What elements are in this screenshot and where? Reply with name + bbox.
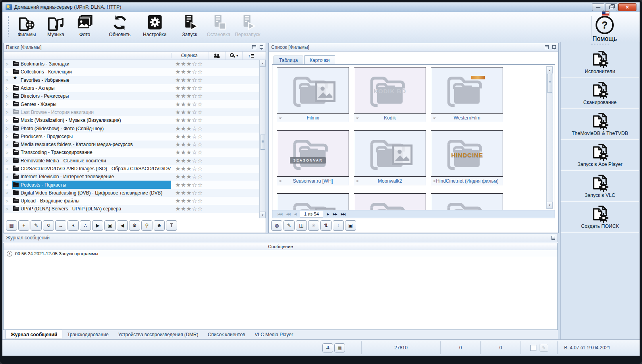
access-key-button[interactable]: ⚲ [141, 220, 152, 231]
expander-icon[interactable]: ▷ [6, 135, 12, 138]
access-filter-button[interactable]: ▾ [225, 52, 242, 60]
expander-icon[interactable]: ▷ [6, 62, 12, 66]
pager-next-button[interactable]: ▶ [325, 212, 331, 216]
rating-stars[interactable]: ★★★☆☆ [171, 150, 207, 155]
media-card[interactable]: ▷ [354, 193, 426, 210]
expander-icon[interactable]: ▷ [6, 143, 12, 146]
tree-item[interactable]: ▷ CD/SACD/DVD/DVD-A/BD Images (ISO) - Об… [4, 165, 266, 173]
tree-item[interactable]: ▷ Bookmarks - Закладки ★★★☆☆ [4, 60, 266, 68]
expander-icon[interactable]: ▷ [6, 102, 12, 106]
scan-options-button[interactable]: ∴ [80, 220, 91, 231]
toolbar-grip[interactable] [8, 16, 10, 37]
tree-item[interactable]: ▷ Transcoding - Транскодирование ★★★☆☆ [4, 148, 266, 156]
media-card[interactable]: SEASONVAR ▷ Seasonvar.ru [WH] [277, 130, 349, 185]
bottom-tab[interactable]: Список клиентов [203, 330, 250, 339]
expander-icon[interactable]: ▷ [6, 70, 12, 74]
tree-item[interactable]: ▷ Digital Video Broadcasting (DVB) - Циф… [4, 189, 266, 197]
save-list-button[interactable]: ▣ [345, 220, 356, 231]
refresh-button[interactable]: Обновить [105, 12, 134, 37]
panel-minimize-icon[interactable] [545, 45, 549, 49]
expander-icon[interactable]: ▷ [6, 191, 12, 195]
sort-button[interactable]: ⇅ [320, 220, 332, 231]
tree-item[interactable]: ▷ Genres - Жанры ★★★☆☆ [4, 100, 266, 108]
scroll-down-icon[interactable]: ▼ [260, 212, 266, 218]
tree-item[interactable]: ▷ Upload - Входящие файлы ★★★☆☆ [4, 197, 266, 205]
pager-prev-button[interactable]: ◀ [292, 212, 298, 216]
action-button[interactable]: Запуск в Ace Player [561, 139, 639, 170]
expander-icon[interactable]: ▷ [6, 175, 12, 179]
tree-item[interactable]: ▷ UPnP (DLNA) Servers - UPnP (DLNA) серв… [4, 205, 266, 213]
rating-stars[interactable]: ★★★☆☆ [171, 134, 207, 139]
expander-icon[interactable]: ▷ [6, 151, 12, 154]
media-card[interactable]: ▷ [431, 193, 503, 210]
rating-stars[interactable]: ★★★☆☆ [171, 110, 207, 115]
pager-next-button[interactable]: ▶▶| [339, 212, 347, 216]
rating-stars[interactable]: ★★★☆☆ [171, 117, 207, 123]
screen-view-button[interactable]: ◫ [296, 220, 307, 231]
expander-icon[interactable]: ▷ [6, 87, 12, 90]
tree-item[interactable]: ▷ Removable Media - Съемные носители ★★★… [4, 157, 266, 165]
expander-icon[interactable]: ▷ [6, 159, 12, 162]
language-flag-icon[interactable] [602, 11, 609, 16]
folders-scrollbar[interactable]: ▲ ▼ [259, 60, 266, 218]
expander-icon[interactable]: ▷ [6, 94, 12, 98]
expander-icon[interactable]: ▷ [6, 207, 12, 211]
tree-item[interactable]: ▷ Media resources folders - Каталоги мед… [4, 141, 266, 148]
media-card[interactable]: ▷ [277, 193, 349, 210]
view-tab[interactable]: Карточки [304, 55, 335, 64]
tree-item[interactable]: ▷ Photo (Slideshow) - Фото (Слайд-шоу) ★… [4, 124, 266, 132]
restore-button[interactable] [605, 3, 617, 11]
bottom-tab[interactable]: Журнал сообщений [6, 330, 62, 339]
add-folder-button[interactable]: + [18, 220, 29, 231]
expander-icon[interactable]: ▷ [6, 78, 12, 82]
pager-prev-button[interactable]: ◀◀ [284, 212, 292, 216]
rating-stars[interactable]: ★★★☆☆ [171, 85, 207, 91]
media-database-button[interactable]: ▦ [6, 220, 17, 231]
sort-button[interactable]: ↑ [242, 52, 259, 60]
settings-button[interactable]: Настройки [140, 12, 169, 37]
expander-icon[interactable]: ▷ [6, 199, 12, 203]
edit-folder-button[interactable]: ✎ [31, 220, 42, 231]
users-access-button[interactable]: ☻ [154, 220, 165, 231]
media-card[interactable]: ▷ Filmix [277, 67, 349, 122]
close-button[interactable]: × [618, 3, 636, 11]
tree-item[interactable]: ▷ Last Browse - История навигации ★★★☆☆ [4, 108, 266, 116]
rating-stars[interactable]: ★★★☆☆ [171, 182, 207, 188]
bottom-tab[interactable]: Устройства воспроизведения (DMR) [114, 330, 203, 339]
scroll-up-icon[interactable]: ▲ [547, 67, 553, 73]
cards-scrollbar[interactable]: ▲ ▼ [546, 66, 553, 209]
traffic-button[interactable]: ⇊ [322, 343, 333, 352]
scroll-down-icon[interactable]: ▼ [547, 202, 553, 208]
title-bar[interactable]: Домашний медиа-сервер (UPnP, DLNA, HTTP)… [2, 2, 640, 12]
tree-item[interactable]: ▷ Producers - Продюсеры ★★★☆☆ [4, 133, 266, 141]
folder-settings-button[interactable]: ⚙ [129, 220, 140, 231]
scroll-thumb[interactable] [547, 74, 552, 93]
media-card[interactable]: HINDCINE ▷ HindCine.net (Индия фильм) [431, 130, 503, 185]
bottom-tab[interactable]: VLC Media Player [250, 330, 298, 339]
action-button[interactable]: TheMovieDB & TheTVDB [561, 108, 639, 139]
media-card[interactable]: ▷ WesternFilm [431, 67, 503, 122]
action-button[interactable]: Запуск в VLC [561, 170, 639, 201]
rating-stars[interactable]: ★★★☆☆ [171, 93, 207, 99]
rating-stars[interactable]: ★★★☆☆ [171, 142, 207, 147]
fit-columns-button[interactable]: ↕ [333, 220, 344, 231]
photo-button[interactable]: Фото [70, 12, 99, 37]
panel-minimize-icon[interactable] [252, 45, 256, 49]
media-card[interactable]: ▷ Moonwalk2 [354, 130, 426, 185]
expander-icon[interactable]: ▷ [6, 167, 12, 171]
films-button[interactable]: Фильмы [12, 12, 41, 37]
tree-item[interactable]: ▷ Music (Visualization) - Музыка (Визуал… [4, 116, 266, 124]
edit-card-button[interactable]: ✎ [283, 220, 295, 231]
expander-icon[interactable]: ▷ [6, 127, 12, 130]
message-column-header[interactable]: Сообщение [4, 243, 557, 250]
rating-stars[interactable]: ★★★☆☆ [171, 61, 207, 67]
tree-item[interactable]: ▷ Directors - Режиссеры ★★★☆☆ [4, 92, 266, 100]
move-folder-button[interactable]: → [55, 220, 66, 231]
rating-stars[interactable]: ★★★☆☆ [171, 158, 207, 164]
bottom-tab[interactable]: Транскодирование [62, 330, 113, 339]
help-button[interactable]: ? Помощь [590, 14, 620, 42]
pager-prev-button[interactable]: |◀◀ [276, 212, 284, 216]
minimize-button[interactable]: — [592, 3, 604, 11]
rating-stars[interactable]: ★★★☆☆ [171, 126, 207, 131]
rating-column-header[interactable]: Оценка [171, 53, 207, 58]
